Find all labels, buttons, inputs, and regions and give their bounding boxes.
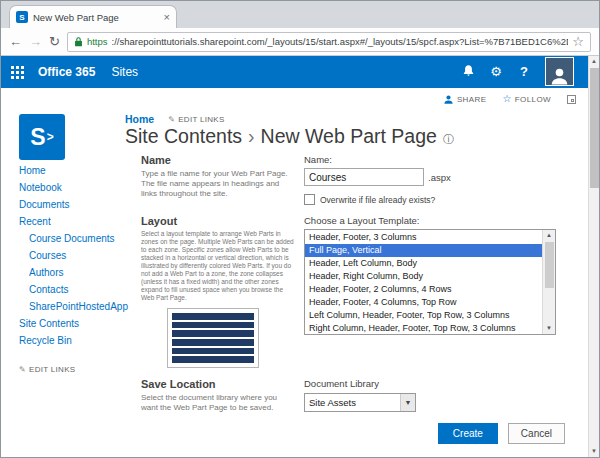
layout-section-description: Select a layout template to arrange Web … xyxy=(141,230,296,302)
page-scrollbar[interactable]: ▲ ▼ xyxy=(588,56,599,457)
share-button[interactable]: SHARE xyxy=(443,94,487,105)
file-name-input[interactable] xyxy=(304,168,424,186)
title-current: New Web Part Page xyxy=(261,125,437,147)
quick-launch-sidebar: Home Notebook Documents Recent Course Do… xyxy=(19,162,133,378)
sites-nav-link[interactable]: Sites xyxy=(111,65,138,79)
layout-option[interactable]: Right Column, Header, Footer, Top Row, 3… xyxy=(305,322,542,335)
overwrite-checkbox[interactable] xyxy=(304,194,315,205)
layout-option[interactable]: Header, Right Column, Body xyxy=(305,270,542,283)
sidebar-item-course-documents[interactable]: Course Documents xyxy=(19,230,133,247)
url-scheme: https xyxy=(87,36,108,47)
pencil-icon: ✎ xyxy=(19,361,26,378)
name-field-label: Name: xyxy=(304,154,565,165)
office365-brand-link[interactable]: Office 365 xyxy=(38,65,95,79)
person-icon xyxy=(550,66,569,85)
suite-icons: ⚙ ? xyxy=(460,64,532,81)
sharepoint-logo-chevron: > xyxy=(47,130,54,144)
edit-links-label: EDIT LINKS xyxy=(29,361,75,378)
sidebar-item-documents[interactable]: Documents xyxy=(19,196,133,213)
sidebar-item-authors[interactable]: Authors xyxy=(19,264,133,281)
app-launcher-icon[interactable] xyxy=(11,66,24,79)
forward-icon[interactable]: → xyxy=(29,35,42,48)
browser-tab-bar: S New Web Part Page × xyxy=(1,1,599,28)
sharepoint-favicon-icon: S xyxy=(16,11,28,23)
sharepoint-page: Office 365 Sites ⚙ ? SHARE ☆ FOLLOW xyxy=(1,56,588,457)
dropdown-arrow-icon: ▼ xyxy=(400,394,415,411)
layout-option[interactable]: Header, Footer, 2 Columns, 4 Rows xyxy=(305,283,542,296)
follow-star-icon: ☆ xyxy=(502,94,511,104)
scrollbar-down-icon[interactable]: ▼ xyxy=(591,446,597,457)
browser-window: S New Web Part Page × ← → ↻ https ://sha… xyxy=(0,0,600,458)
sidebar-item-site-contents[interactable]: Site Contents xyxy=(19,315,133,332)
back-icon[interactable]: ← xyxy=(9,35,22,48)
listbox-scrollbar[interactable]: ▲ ▼ xyxy=(542,230,555,334)
sidebar-item-recent[interactable]: Recent xyxy=(19,213,133,230)
name-section-title: Name xyxy=(141,154,296,166)
overwrite-checkbox-label: Overwrite if file already exists? xyxy=(320,195,435,205)
document-library-value: Site Assets xyxy=(305,397,400,408)
focus-on-content-icon[interactable] xyxy=(567,95,576,104)
help-icon[interactable]: ? xyxy=(516,64,532,80)
scrollbar-up-icon[interactable]: ▲ xyxy=(591,56,597,67)
layout-preview-image xyxy=(167,308,259,368)
follow-label: FOLLOW xyxy=(515,95,551,104)
new-web-part-page-form: Name Type a file name for your Web Part … xyxy=(141,154,565,444)
layout-option[interactable]: Header, Left Column, Body xyxy=(305,257,542,270)
pencil-icon: ✎ xyxy=(168,115,175,124)
bookmark-star-icon[interactable]: ☆ xyxy=(572,34,584,49)
name-section-description: Type a file name for your Web Part Page.… xyxy=(141,169,296,199)
notifications-bell-icon[interactable] xyxy=(460,64,476,81)
create-button[interactable]: Create xyxy=(438,423,498,444)
edit-links-label: EDIT LINKS xyxy=(178,115,224,124)
https-lock-icon xyxy=(74,36,83,47)
page-scrollbar-thumb[interactable] xyxy=(590,68,599,188)
save-location-section: Save Location Select the document librar… xyxy=(141,378,565,413)
file-extension-label: .aspx xyxy=(428,172,451,183)
url-input[interactable]: https ://sharepointtutorials.sharepoint.… xyxy=(67,32,591,52)
layout-section: Layout Select a layout template to arran… xyxy=(141,215,565,368)
site-logo[interactable]: S > xyxy=(19,114,65,160)
layout-template-listbox[interactable]: Header, Footer, 3 Columns Full Page, Ver… xyxy=(304,229,556,335)
sidebar-item-sharepointhostedapp[interactable]: SharePointHostedApp xyxy=(19,298,133,315)
top-edit-links-button[interactable]: ✎ EDIT LINKS xyxy=(168,115,224,124)
save-section-title: Save Location xyxy=(141,378,296,390)
page-command-bar: SHARE ☆ FOLLOW xyxy=(1,88,588,110)
sidebar-item-home[interactable]: Home xyxy=(19,162,133,179)
page-title: Site Contents›New Web Part Pageⓘ xyxy=(125,125,454,148)
sidebar-item-notebook[interactable]: Notebook xyxy=(19,179,133,196)
sidebar-item-recycle-bin[interactable]: Recycle Bin xyxy=(19,332,133,349)
layout-option-selected[interactable]: Full Page, Vertical xyxy=(305,244,542,257)
layout-option[interactable]: Left Column, Header, Footer, Top Row, 3 … xyxy=(305,309,542,322)
breadcrumb: Home ✎ EDIT LINKS xyxy=(125,113,225,125)
sidebar-item-courses[interactable]: Courses xyxy=(19,247,133,264)
layout-option[interactable]: Header, Footer, 4 Columns, Top Row xyxy=(305,296,542,309)
follow-button[interactable]: ☆ FOLLOW xyxy=(502,94,551,104)
breadcrumb-home-link[interactable]: Home xyxy=(125,113,154,125)
url-text: ://sharepointtutorials.sharepoint.com/_l… xyxy=(112,36,569,47)
cancel-button[interactable]: Cancel xyxy=(508,423,565,444)
user-avatar[interactable] xyxy=(545,57,574,86)
tab-title: New Web Part Page xyxy=(33,12,160,23)
sharepoint-logo-letter: S xyxy=(30,124,45,151)
name-section: Name Type a file name for your Web Part … xyxy=(141,154,565,205)
main-content: S > Home ✎ EDIT LINKS Site Contents›New … xyxy=(1,110,588,457)
document-library-select[interactable]: Site Assets ▼ xyxy=(304,393,416,412)
sidebar-item-contacts[interactable]: Contacts xyxy=(19,281,133,298)
office365-suite-bar: Office 365 Sites ⚙ ? xyxy=(1,56,588,88)
form-buttons: Create Cancel xyxy=(141,423,565,444)
reload-icon[interactable]: ↻ xyxy=(49,35,60,48)
listbox-scrollbar-thumb[interactable] xyxy=(545,242,554,288)
listbox-scroll-down-icon[interactable]: ▼ xyxy=(546,323,552,334)
info-icon[interactable]: ⓘ xyxy=(443,133,454,145)
tab-close-icon[interactable]: × xyxy=(164,12,170,23)
sidebar-edit-links-button[interactable]: ✎ EDIT LINKS xyxy=(19,361,133,378)
title-separator: › xyxy=(248,125,255,147)
listbox-scroll-up-icon[interactable]: ▲ xyxy=(546,230,552,241)
layout-option[interactable]: Header, Footer, 3 Columns xyxy=(305,231,542,244)
title-parent[interactable]: Site Contents xyxy=(125,125,242,147)
settings-gear-icon[interactable]: ⚙ xyxy=(488,64,504,80)
browser-tab[interactable]: S New Web Part Page × xyxy=(9,5,177,28)
document-library-label: Document Library xyxy=(304,378,565,389)
share-label: SHARE xyxy=(457,95,487,104)
browser-address-bar: ← → ↻ https ://sharepointtutorials.share… xyxy=(1,28,599,56)
